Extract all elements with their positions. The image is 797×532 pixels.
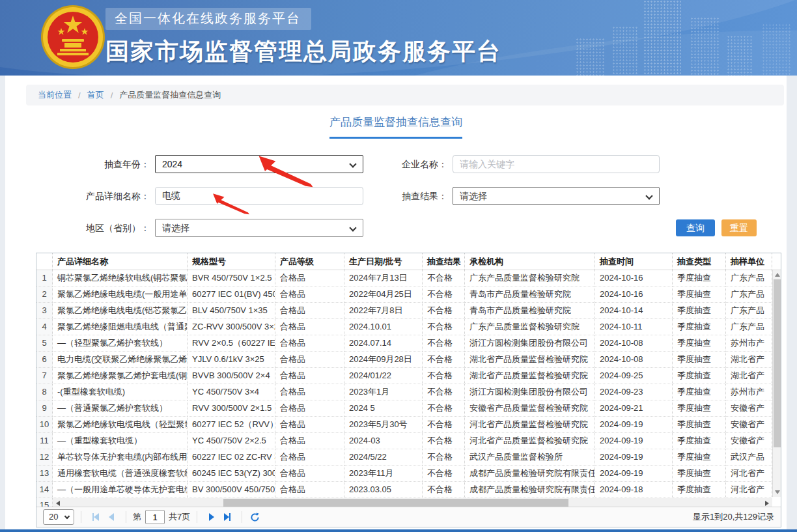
table-row[interactable]: 5—（轻型聚氯乙烯护套软线）RVV 2×0.5（60227 IEC合格品2024… [36, 335, 781, 352]
table-cell: -(重型橡套软电缆) [53, 384, 188, 400]
company-name-input[interactable] [453, 155, 660, 173]
table-row[interactable]: 12单芯软导体无护套电缆(内部布线用导60227 IEC 02 ZC-RV 30… [36, 449, 781, 466]
table-cell: 安徽省产 [726, 433, 772, 449]
vertical-scroll-thumb[interactable] [774, 279, 781, 447]
region-select[interactable]: 请选择 [155, 219, 363, 237]
table-row[interactable]: 9—（普通聚氯乙烯护套软线）RVV 300/500V 2×1.5（合格品2024… [36, 400, 781, 417]
table-row[interactable]: 13通用橡套软电缆（普通强度橡套软线）60245 IEC 53(YZ) 300/… [36, 466, 781, 482]
pager-divider [81, 511, 81, 523]
table-cell: 季度抽查 [673, 287, 726, 303]
reset-button[interactable]: 重置 [721, 219, 757, 236]
table-row[interactable]: 14—（一般用途单芯硬导体无护套电缆）BV 300/500V 450/750V合… [36, 482, 781, 498]
column-header [36, 253, 53, 270]
table-cell: 合格品 [275, 433, 344, 449]
table-cell: 季度抽查 [673, 433, 726, 449]
table-row[interactable]: 7聚氯乙烯绝缘聚氯乙烯护套电缆(铜芯BVVB 300/500V 2×4合格品20… [36, 368, 781, 384]
vertical-scrollbar[interactable] [772, 270, 781, 497]
table-cell: 不合格 [423, 270, 465, 287]
page-size-select[interactable]: 20 [43, 509, 74, 525]
row-number-cell: 6 [36, 352, 53, 368]
city-skyline-decoration [576, 0, 797, 76]
column-header: 产品等级 [275, 253, 344, 270]
table-row[interactable]: 3聚氯乙烯绝缘电线电缆(铝芯聚氯乙烯BLV 450/750V 1×35合格品20… [36, 303, 781, 319]
table-cell: 河北省产品质量监督检验研究院 [465, 417, 595, 433]
breadcrumb-home-link[interactable]: 首页 [87, 89, 104, 101]
last-page-icon [229, 513, 231, 521]
page-size-value: 20 [49, 512, 58, 522]
last-page-button[interactable] [219, 510, 235, 524]
table-cell: 河北省产品质量监督检验研究院 [465, 433, 595, 449]
platform-subtitle: 全国一体化在线政务服务平台 [105, 8, 311, 30]
table-cell: 广东产品 [726, 303, 772, 319]
table-cell: 2023年1月 [344, 384, 423, 400]
table-cell: 不合格 [423, 319, 465, 335]
table-cell: 合格品 [275, 400, 344, 417]
table-cell: 不合格 [423, 384, 465, 400]
table-cell: YJLV 0.6/1kV 3×25 [188, 352, 275, 368]
year-select[interactable]: 2024 [155, 155, 363, 173]
table-cell: 季度抽查 [673, 384, 726, 400]
grid-body: 1铜芯聚氯乙烯绝缘软电线(铜芯聚氯乙BVR 450/750V 1×2.5合格品2… [36, 270, 781, 498]
table-row[interactable]: 10聚氯乙烯绝缘软电缆电线（轻型聚氯乙60277 IEC 52（RVV） 3合格… [36, 417, 781, 433]
table-cell: 聚氯乙烯绝缘聚氯乙烯护套电缆(铜芯 [53, 368, 188, 384]
table-cell: 聚氯乙烯绝缘电线电缆(一般用途单芯 [53, 287, 188, 303]
table-row[interactable]: 11—（重型橡套软电缆）YC 450/750V 2×2.5合格品2024-03不… [36, 433, 781, 449]
breadcrumb-separator: / [111, 91, 113, 100]
table-row[interactable]: 2聚氯乙烯绝缘电线电缆(一般用途单芯60277 IEC 01(BV) 450/合… [36, 287, 781, 303]
table-cell: 不合格 [423, 400, 465, 417]
scroll-down-icon[interactable] [775, 490, 780, 494]
table-cell: 湖北省产品质量监督检验研究院 [465, 352, 595, 368]
table-cell: 2024/01/22 [344, 368, 423, 384]
row-number-cell: 13 [36, 466, 53, 482]
product-name-input[interactable] [155, 187, 363, 205]
table-cell: —（一般用途单芯硬导体无护套电缆） [53, 482, 188, 498]
chevron-down-icon [349, 160, 356, 167]
breadcrumb-location-label: 当前位置 [38, 89, 72, 101]
table-cell: 合格品 [275, 482, 344, 498]
row-number-cell: 1 [36, 270, 53, 287]
table-cell: YC 450/750V 2×2.5 [188, 433, 275, 449]
table-cell: 合格品 [275, 384, 344, 400]
scroll-left-icon[interactable] [56, 501, 60, 506]
table-cell: 2024-09-25 [595, 368, 673, 384]
column-header: 抽查结果 [423, 253, 465, 270]
prev-page-button[interactable] [104, 510, 119, 524]
table-row[interactable]: 8-(重型橡套软电缆)YC 450/750V 3×4合格品2023年1月不合格浙… [36, 384, 781, 400]
next-page-button[interactable] [204, 510, 219, 524]
table-cell: RVV 300/500V 2×1.5（ [188, 400, 275, 417]
next-page-icon [209, 513, 214, 521]
table-cell: BVR 450/750V 1×2.5 [188, 270, 275, 287]
table-cell: 季度抽查 [673, 335, 726, 352]
table-cell: 季度抽查 [673, 400, 726, 417]
result-select[interactable]: 请选择 [453, 187, 660, 205]
table-cell: 河北省产 [726, 482, 772, 498]
chevron-down-icon [64, 514, 70, 519]
table-cell: 60245 IEC 53(YZ) 300/5 [188, 466, 275, 482]
table-row[interactable]: 6电力电缆(交联聚乙烯绝缘聚氯乙烯护YJLV 0.6/1kV 3×25合格品20… [36, 352, 781, 368]
table-cell: 聚氯乙烯绝缘阻燃电缆电线（普通聚氯 [53, 319, 188, 335]
table-cell: 合格品 [275, 352, 344, 368]
table-cell: 武汉产品质量监督检验所 [465, 449, 595, 466]
table-cell: 2024.10.01 [344, 319, 423, 335]
table-cell: BV 300/500V 450/750V [188, 482, 275, 498]
table-row[interactable]: 1铜芯聚氯乙烯绝缘软电线(铜芯聚氯乙BVR 450/750V 1×2.5合格品2… [36, 270, 781, 287]
table-cell: 季度抽查 [673, 482, 726, 498]
table-cell: 不合格 [423, 287, 465, 303]
table-cell: 2024-09-19 [595, 433, 673, 449]
row-number-cell: 8 [36, 384, 53, 400]
table-cell: 不合格 [423, 417, 465, 433]
column-header: 承检机构 [465, 253, 595, 270]
row-number-cell: 12 [36, 449, 53, 466]
prev-page-icon [109, 513, 114, 521]
table-row[interactable]: 4聚氯乙烯绝缘阻燃电缆电线（普通聚氯ZC-RVV 300/500V 3×2合格品… [36, 319, 781, 335]
table-cell: 2024-10-08 [595, 352, 673, 368]
scroll-up-icon[interactable] [775, 273, 780, 277]
query-button[interactable]: 查询 [676, 219, 715, 236]
first-page-button[interactable] [88, 510, 104, 524]
page-number-input[interactable] [145, 510, 165, 524]
table-cell: 合格品 [275, 449, 344, 466]
tab-product-quality-query[interactable]: 产品质量监督抽查信息查询 [311, 115, 481, 139]
scroll-right-icon[interactable] [765, 501, 769, 506]
table-cell: 2024 5 [344, 400, 423, 417]
refresh-button[interactable] [250, 512, 260, 522]
